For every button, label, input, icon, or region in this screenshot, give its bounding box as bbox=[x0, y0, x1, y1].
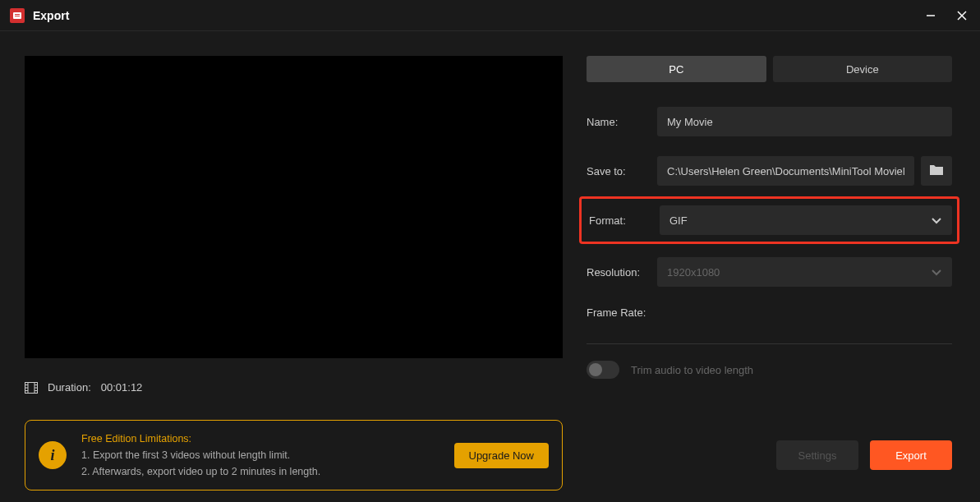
film-icon bbox=[25, 382, 38, 394]
limitation-line-1: 1. Export the first 3 videos without len… bbox=[81, 447, 439, 463]
titlebar: Export bbox=[0, 0, 980, 31]
export-button[interactable]: Export bbox=[870, 440, 952, 470]
duration-label: Duration: bbox=[48, 381, 91, 394]
info-icon: i bbox=[39, 441, 67, 469]
limitation-title: Free Edition Limitations: bbox=[81, 431, 439, 447]
bottom-actions: Settings Export bbox=[776, 440, 952, 470]
resolution-select[interactable]: 1920x1080 bbox=[657, 257, 952, 287]
toggle-knob bbox=[589, 363, 602, 376]
browse-button[interactable] bbox=[921, 156, 952, 186]
chevron-down-icon bbox=[931, 214, 942, 227]
trim-audio-label: Trim audio to video length bbox=[631, 364, 753, 376]
tab-device[interactable]: Device bbox=[773, 56, 953, 82]
trim-audio-toggle[interactable] bbox=[587, 361, 619, 379]
resolution-row: Resolution: 1920x1080 bbox=[587, 257, 952, 287]
bottom-bar: i Free Edition Limitations: 1. Export th… bbox=[25, 420, 952, 490]
format-highlight: Format: GIF bbox=[579, 196, 959, 244]
resolution-label: Resolution: bbox=[587, 266, 657, 279]
name-row: Name: bbox=[587, 107, 952, 136]
saveto-input[interactable] bbox=[657, 156, 914, 186]
chevron-down-icon bbox=[931, 266, 942, 279]
svg-rect-1 bbox=[15, 14, 20, 15]
minimize-button[interactable] bbox=[922, 7, 939, 24]
folder-icon bbox=[929, 163, 944, 178]
limitation-box: i Free Edition Limitations: 1. Export th… bbox=[25, 420, 563, 490]
svg-rect-2 bbox=[15, 16, 20, 16]
duration-value: 00:01:12 bbox=[101, 381, 143, 394]
format-row: Format: GIF bbox=[587, 205, 952, 235]
limitation-text: Free Edition Limitations: 1. Export the … bbox=[81, 431, 439, 480]
saveto-row: Save to: bbox=[587, 156, 952, 186]
window-controls bbox=[922, 7, 970, 24]
framerate-label: Frame Rate: bbox=[587, 306, 646, 319]
limitation-line-2: 2. Afterwards, export video up to 2 minu… bbox=[81, 463, 439, 480]
divider bbox=[587, 343, 952, 344]
name-label: Name: bbox=[587, 116, 657, 128]
app-icon bbox=[10, 8, 25, 23]
format-value: GIF bbox=[669, 214, 688, 227]
close-button[interactable] bbox=[954, 7, 970, 24]
saveto-label: Save to: bbox=[587, 165, 657, 177]
format-select[interactable]: GIF bbox=[660, 205, 952, 235]
framerate-row: Frame Rate: bbox=[587, 306, 952, 319]
settings-button[interactable]: Settings bbox=[776, 440, 858, 470]
export-target-tabs: PC Device bbox=[587, 56, 952, 82]
tab-pc[interactable]: PC bbox=[587, 56, 766, 82]
video-preview bbox=[25, 56, 563, 358]
format-label: Format: bbox=[587, 214, 660, 227]
upgrade-button[interactable]: Upgrade Now bbox=[454, 443, 550, 468]
name-input[interactable] bbox=[657, 107, 952, 136]
duration-row: Duration: 00:01:12 bbox=[25, 381, 587, 394]
resolution-value: 1920x1080 bbox=[667, 266, 720, 279]
trim-audio-row: Trim audio to video length bbox=[587, 361, 952, 379]
window-title: Export bbox=[33, 9, 69, 22]
